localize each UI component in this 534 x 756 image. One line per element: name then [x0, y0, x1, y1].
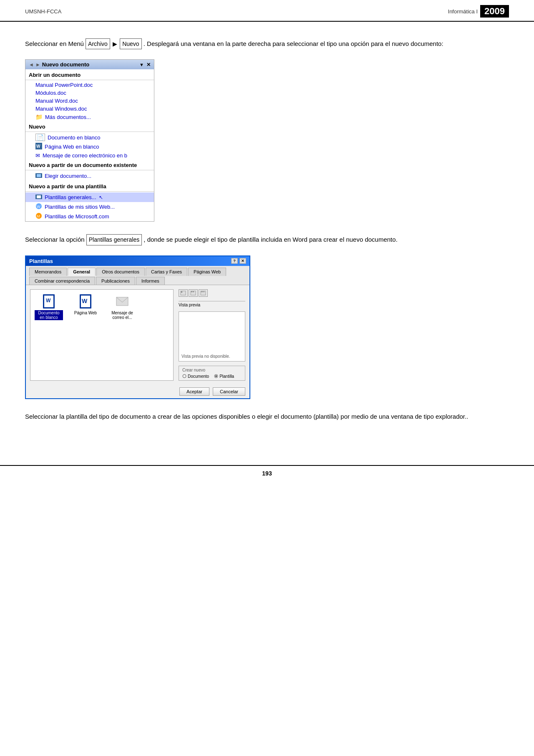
folder-icon: 📁: [35, 114, 43, 120]
web-icon-small: W: [35, 143, 42, 151]
tab-informes[interactable]: Informes: [136, 277, 165, 285]
item-correo[interactable]: ✉ Mensaje de correo electrónico en b: [25, 152, 154, 159]
svg-text:M: M: [37, 214, 40, 218]
page-header: UMSNH-FCCA Informática I 2009: [0, 0, 534, 22]
dialog-help-btn[interactable]: ?: [231, 258, 238, 264]
doc-blanco-label: Documento en blanco: [35, 310, 63, 320]
preview-btn-2[interactable]: [189, 289, 198, 297]
header-institution: UMSNH-FCCA: [25, 8, 61, 15]
panel-nav-fwd[interactable]: ►: [35, 62, 40, 68]
tab-memorandos[interactable]: Memorandos: [29, 268, 67, 276]
item-modulos-text: Módulos.doc: [35, 90, 66, 96]
item-elegir-doc[interactable]: Elegir documento...: [25, 171, 154, 181]
item-doc-blanco-text: Documento en blanco: [48, 134, 100, 141]
elegir-icon: [35, 172, 42, 180]
radio-row: Documento Plantilla: [182, 374, 242, 379]
tab-combinar[interactable]: Combinar correspondencia: [29, 277, 95, 285]
create-new-label: Crear nuevo: [182, 368, 242, 372]
arrow: ▶: [113, 40, 117, 47]
tab-cartas-faxes[interactable]: Cartas y Faxes: [146, 268, 187, 276]
item-plantillas-gen-text: Plantillas generales...: [45, 194, 96, 200]
panel-dropdown-icon[interactable]: ▼: [139, 62, 144, 67]
header-year: 2009: [480, 5, 509, 18]
item-mas-documentos[interactable]: 📁 Más documentos...: [25, 113, 154, 121]
panel-header-icons: ▼ ✕: [139, 62, 151, 68]
mas-documentos-text: Más documentos...: [45, 114, 91, 120]
item-manual-powerpoint[interactable]: Manual PowerPoint.doc: [25, 81, 154, 89]
divider-2: [25, 131, 154, 132]
dialog-close-btn[interactable]: ✕: [239, 258, 246, 264]
item-mis-sitios-web[interactable]: W Plantillas de mis sitios Web...: [25, 202, 154, 212]
item-manual-windows[interactable]: Manual Windows.doc: [25, 105, 154, 113]
item-manual-windows-text: Manual Windows.doc: [35, 106, 87, 112]
svg-rect-23: [201, 291, 202, 292]
radio-plantilla-label: Plantilla: [219, 374, 234, 379]
radio-documento[interactable]: Documento: [182, 374, 209, 379]
item-correo-text: Mensaje de correo electrónico en b: [43, 152, 127, 159]
section-plantilla: Nuevo a partir de una plantilla: [25, 181, 154, 190]
icon-doc-blanco[interactable]: W Documento en blanco: [35, 294, 63, 320]
svg-text:W: W: [37, 205, 40, 209]
paragraph-2: Seleccionar la opción Plantillas general…: [25, 234, 509, 245]
correo-label: Mensaje de correo el...: [108, 310, 136, 320]
btn-cancelar[interactable]: Cancelar: [213, 387, 245, 396]
dialog-tabs: Memorandos General Otros documentos Cart…: [26, 266, 249, 285]
menu-nuevo: Nuevo: [120, 38, 141, 49]
radio-plantilla[interactable]: Plantilla: [214, 374, 234, 379]
para2-text2: , donde se puede elegir el tipo de plant…: [144, 236, 397, 243]
divider-4: [25, 191, 154, 192]
item-microsoft-com[interactable]: M Plantillas de Microsoft.com: [25, 212, 154, 221]
icon-pagina-web[interactable]: W Página Web: [71, 294, 100, 320]
tab-general[interactable]: General: [68, 268, 96, 276]
section-abrir: Abrir un documento: [25, 69, 154, 79]
svg-rect-3: [37, 174, 41, 177]
item-pagina-web-text: Página Web en blanco: [45, 144, 99, 150]
header-right: Informática I 2009: [448, 5, 509, 18]
item-pagina-web[interactable]: W Página Web en blanco: [25, 142, 154, 152]
dialog-body: W Documento en blanco W: [26, 285, 249, 385]
create-new-section: Crear nuevo Documento Plantilla: [179, 366, 245, 381]
section-existente: Nuevo a partir de un documento existente: [25, 159, 154, 169]
svg-rect-24: [202, 291, 203, 292]
svg-point-26: [183, 374, 186, 378]
tab-otros-docs[interactable]: Otros documentos: [96, 268, 145, 276]
svg-rect-20: [191, 291, 192, 292]
pagina-web-label: Página Web: [73, 310, 98, 316]
vista-previa-header: Vista previa: [179, 301, 245, 307]
item-microsoft-text: Plantillas de Microsoft.com: [45, 213, 109, 220]
pagina-web-icon: W: [78, 294, 93, 309]
microsoft-icon: M: [35, 212, 42, 220]
icon-row-1: W Documento en blanco W: [35, 294, 136, 320]
panel-close-icon[interactable]: ✕: [146, 62, 151, 68]
btn-aceptar[interactable]: Aceptar: [179, 387, 209, 396]
svg-rect-18: [181, 291, 182, 293]
mis-sitios-icon: W: [35, 203, 42, 211]
tab-paginas-web[interactable]: Páginas Web: [188, 268, 226, 276]
panel-title: Nuevo documento: [42, 61, 89, 68]
preview-btn-1[interactable]: [179, 289, 188, 297]
preview-btn-3[interactable]: [199, 289, 208, 297]
item-modulos[interactable]: Módulos.doc: [25, 89, 154, 97]
preview-toolbar: [179, 289, 245, 297]
item-elegir-text: Elegir documento...: [45, 173, 91, 179]
tab-publicaciones[interactable]: Publicaciones: [96, 277, 135, 285]
page-footer: 193: [0, 465, 534, 481]
item-manual-word[interactable]: Manual Word.doc: [25, 97, 154, 105]
svg-text:W: W: [46, 298, 51, 303]
icon-correo[interactable]: Mensaje de correo el...: [108, 294, 136, 320]
para1-text2: . Desplegará una ventana en la parte der…: [144, 40, 443, 47]
item-doc-blanco[interactable]: 📄 Documento en blanco: [25, 133, 154, 142]
divider-3: [25, 170, 154, 170]
menu-archivo: Archivo: [86, 38, 110, 49]
email-icon-small: ✉: [35, 152, 40, 159]
panel-nav-back[interactable]: ◄: [29, 62, 34, 68]
dialog-preview-area: Vista previa Vista previa no disponible.…: [179, 289, 245, 381]
svg-text:W: W: [36, 144, 40, 149]
main-content: Seleccionar en Menú Archivo ▶ Nuevo . De…: [0, 22, 534, 448]
panel-header-left: ◄ ► Nuevo documento: [29, 61, 89, 68]
plantillas-gen-icon: [35, 193, 42, 201]
dialog-footer: Aceptar Cancelar: [26, 385, 249, 398]
item-plantillas-generales[interactable]: Plantillas generales... ↖: [25, 192, 154, 202]
header-course: Informática I: [448, 8, 478, 15]
svg-rect-5: [37, 195, 41, 198]
